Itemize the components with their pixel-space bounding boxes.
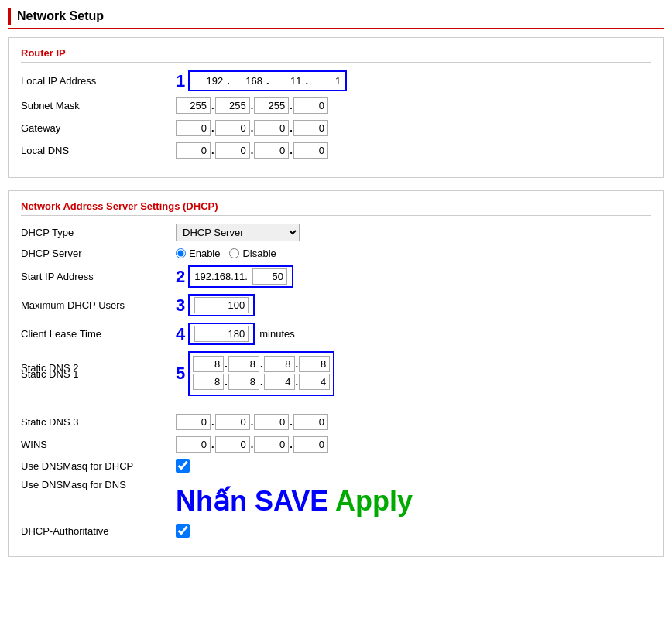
- wins-octet-4[interactable]: [293, 436, 328, 453]
- step-3-label: 3: [176, 297, 185, 314]
- subnet-octet-1[interactable]: [176, 97, 211, 114]
- gateway-octet-2[interactable]: [215, 120, 250, 136]
- gateway-octet-3[interactable]: [254, 120, 289, 136]
- dhcp-disable-text: Disable: [242, 248, 276, 259]
- dhcp-card: Network Address Server Settings (DHCP) D…: [8, 190, 664, 557]
- dhcp-disable-label: Disable: [229, 248, 276, 259]
- wins-octet-3[interactable]: [254, 436, 289, 453]
- start-ip-highlighted: 192.168.11.: [188, 265, 293, 288]
- local-ip-octet-4[interactable]: [309, 73, 344, 88]
- wins-fields: . . .: [176, 436, 328, 453]
- subnet-mask-label: Subnet Mask: [21, 100, 176, 111]
- max-dhcp-label: Maximum DHCP Users: [21, 299, 176, 311]
- max-dhcp-input[interactable]: [194, 297, 249, 313]
- local-dns-octet-2[interactable]: [215, 142, 250, 159]
- dns1-octet-1[interactable]: [193, 356, 224, 372]
- static-dns1-row: Static DNS 1 5 . . . . .: [21, 351, 651, 396]
- dnsmasq-dhcp-label: Use DNSMasq for DHCP: [21, 460, 176, 472]
- subnet-octet-2[interactable]: [215, 97, 250, 114]
- wins-label: WINS: [21, 439, 176, 450]
- dhcp-authoritative-checkbox[interactable]: [176, 524, 190, 538]
- dns3-fields: . . .: [176, 414, 328, 430]
- dns1-octet-3[interactable]: [264, 356, 295, 372]
- dhcp-server-row: DHCP Server Enable Disable: [21, 248, 651, 259]
- router-ip-title: Router IP: [21, 47, 651, 63]
- page-container: Network Setup Router IP Local IP Address…: [0, 0, 672, 577]
- local-dns-label: Local DNS: [21, 145, 176, 156]
- dnsmasq-dns-row: Use DNSMasq for DNS Nhấn SAVE Apply: [21, 479, 651, 518]
- local-ip-octet-2[interactable]: [231, 73, 266, 88]
- gateway-octet-1[interactable]: [176, 120, 211, 136]
- lease-time-input[interactable]: [194, 326, 249, 342]
- dns2-octet-2[interactable]: [228, 374, 259, 390]
- ip-sep-2: .: [266, 75, 269, 87]
- overlay-green-text: Apply: [335, 485, 413, 517]
- dhcp-type-label: DHCP Type: [21, 227, 176, 238]
- dhcp-section-title: Network Address Server Settings (DHCP): [21, 200, 651, 216]
- dns3-octet-4[interactable]: [293, 414, 328, 430]
- gateway-octet-4[interactable]: [293, 120, 328, 136]
- start-ip-last-octet[interactable]: [252, 268, 287, 285]
- dns-highlighted-box: . . . . . .: [188, 351, 334, 396]
- static-dns2-label-row: Static DNS 2: [21, 362, 651, 374]
- local-ip-octet-3[interactable]: [270, 73, 305, 88]
- local-dns-octet-3[interactable]: [254, 142, 289, 159]
- local-dns-octet-1[interactable]: [176, 142, 211, 159]
- gateway-label: Gateway: [21, 122, 176, 134]
- dns1-octet-4[interactable]: [299, 356, 330, 372]
- minutes-label: minutes: [259, 328, 295, 340]
- dhcp-type-row: DHCP Type DHCP Server DHCP Relay None: [21, 224, 651, 241]
- lease-time-row: Client Lease Time 4 minutes: [21, 323, 651, 345]
- dnsmasq-dhcp-checkbox[interactable]: [176, 459, 190, 473]
- dns3-octet-1[interactable]: [176, 414, 211, 430]
- subnet-octet-4[interactable]: [293, 97, 328, 114]
- static-dns2-label: Static DNS 2: [21, 362, 176, 374]
- start-ip-row: Start IP Address 2 192.168.11.: [21, 265, 651, 288]
- dns3-octet-2[interactable]: [215, 414, 250, 430]
- dns1-inner-row: . . .: [193, 356, 330, 372]
- subnet-mask-fields: . . .: [176, 97, 328, 114]
- local-ip-highlighted: . . .: [188, 70, 347, 91]
- dhcp-server-radio-group: Enable Disable: [176, 248, 276, 259]
- start-ip-label: Start IP Address: [21, 271, 176, 282]
- dns2-octet-4[interactable]: [299, 374, 330, 390]
- step-2-label: 2: [176, 268, 185, 285]
- page-title: Network Setup: [17, 9, 104, 23]
- dhcp-authoritative-row: DHCP-Authoritative: [21, 524, 651, 538]
- page-title-bar: Network Setup: [8, 8, 664, 29]
- max-dhcp-highlighted: [188, 294, 255, 316]
- subnet-mask-row: Subnet Mask . . .: [21, 97, 651, 114]
- dns2-octet-3[interactable]: [264, 374, 295, 390]
- max-dhcp-row: Maximum DHCP Users 3: [21, 294, 651, 316]
- dhcp-enable-radio[interactable]: [176, 248, 186, 258]
- dns1-octet-2[interactable]: [228, 356, 259, 372]
- dns2-octet-1[interactable]: [193, 374, 224, 390]
- dhcp-authoritative-label: DHCP-Authoritative: [21, 525, 176, 537]
- gateway-fields: . . .: [176, 120, 328, 136]
- subnet-octet-3[interactable]: [254, 97, 289, 114]
- dns3-octet-3[interactable]: [254, 414, 289, 430]
- dnsmasq-dhcp-row: Use DNSMasq for DHCP: [21, 459, 651, 473]
- step-4-label: 4: [176, 326, 185, 343]
- local-dns-octet-4[interactable]: [293, 142, 328, 159]
- dhcp-enable-text: Enable: [189, 248, 220, 259]
- dhcp-type-select[interactable]: DHCP Server DHCP Relay None: [176, 224, 300, 241]
- wins-row: WINS . . .: [21, 436, 651, 453]
- step-1-label: 1: [176, 73, 185, 90]
- local-dns-fields: . . .: [176, 142, 328, 159]
- gateway-row: Gateway . . .: [21, 120, 651, 136]
- dhcp-enable-label: Enable: [176, 248, 220, 259]
- dns2-inner-row: . . .: [193, 374, 330, 390]
- ip-sep-1: .: [227, 75, 230, 87]
- local-ip-octet-1[interactable]: [191, 73, 226, 88]
- dhcp-disable-radio[interactable]: [229, 248, 239, 258]
- ip-sep-3: .: [306, 75, 309, 87]
- static-dns3-row: Static DNS 3 . . .: [21, 414, 651, 430]
- red-accent-bar: [8, 8, 11, 25]
- dhcp-server-label: DHCP Server: [21, 248, 176, 259]
- wins-octet-2[interactable]: [215, 436, 250, 453]
- overlay-text: Nhấn SAVE Apply: [176, 485, 413, 518]
- dnsmasq-dns-label: Use DNSMasq for DNS: [21, 479, 176, 490]
- wins-octet-1[interactable]: [176, 436, 211, 453]
- start-ip-prefix: 192.168.11.: [194, 271, 248, 282]
